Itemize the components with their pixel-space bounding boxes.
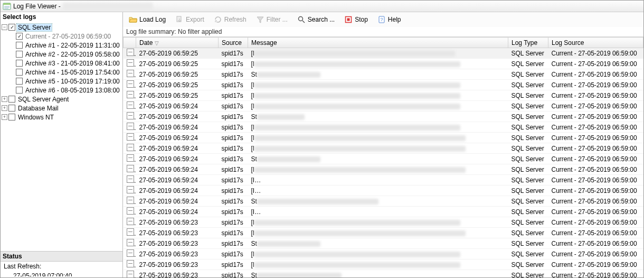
- cell-logtype: SQL Server: [508, 69, 548, 80]
- tree-node[interactable]: Archive #4 - 15-05-2019 17:54:00: [2, 68, 121, 77]
- cell-logtype: SQL Server: [508, 122, 548, 133]
- help-icon: ?: [377, 15, 386, 24]
- column-headers[interactable]: Date▽ Source Message Log Type Log Source: [124, 38, 643, 48]
- log-tree[interactable]: −SQL ServerCurrent - 27-05-2019 06:59:00…: [1, 22, 122, 251]
- tree-checkbox[interactable]: [8, 114, 15, 121]
- tree-label[interactable]: SQL Server: [17, 24, 52, 31]
- table-row[interactable]: 27-05-2019 06:59:25spid17s[ISQL ServerCu…: [124, 48, 643, 59]
- tree-label[interactable]: Archive #4 - 15-05-2019 17:54:00: [24, 69, 121, 76]
- stop-button[interactable]: Stop: [342, 14, 371, 25]
- tree-checkbox[interactable]: [16, 42, 23, 49]
- table-row[interactable]: 27-05-2019 06:59:23spid17s[ISQL ServerCu…: [124, 249, 643, 260]
- tree-checkbox[interactable]: [8, 105, 15, 112]
- expand-icon[interactable]: +: [2, 96, 7, 102]
- tree-node[interactable]: Archive #6 - 08-05-2019 13:08:00: [2, 86, 121, 95]
- table-row[interactable]: 27-05-2019 06:59:24spid17sStSQL ServerCu…: [124, 112, 643, 122]
- cell-date: 27-05-2019 06:59:24: [136, 112, 219, 122]
- message-redacted: [254, 82, 460, 88]
- tree-checkbox[interactable]: [8, 24, 15, 31]
- cell-logtype: SQL Server: [508, 249, 548, 260]
- collapse-icon[interactable]: −: [2, 24, 7, 30]
- message-redacted: [254, 51, 455, 57]
- tree-label[interactable]: Windows NT: [17, 114, 55, 121]
- tree-checkbox[interactable]: [16, 69, 23, 76]
- col-logsource-header[interactable]: Log Source: [548, 38, 643, 48]
- table-row[interactable]: 27-05-2019 06:59:24spid17sStSQL ServerCu…: [124, 196, 643, 207]
- cell-logsource: Current - 27-05-2019 06:59:00: [548, 207, 643, 217]
- cell-logtype: SQL Server: [508, 238, 548, 249]
- tree-node[interactable]: Archive #2 - 22-05-2019 05:58:00: [2, 50, 121, 59]
- row-info-icon: [127, 197, 134, 204]
- tree-node[interactable]: Archive #1 - 22-05-2019 11:31:00: [2, 41, 121, 50]
- tree-checkbox[interactable]: [16, 87, 23, 94]
- col-source-header[interactable]: Source: [219, 38, 248, 48]
- table-row[interactable]: 27-05-2019 06:59:23spid17s[ISQL ServerCu…: [124, 228, 643, 238]
- cell-logtype: SQL Server: [508, 228, 548, 238]
- table-row[interactable]: 27-05-2019 06:59:24spid17s[ISQL ServerCu…: [124, 143, 643, 154]
- table-row[interactable]: 27-05-2019 06:59:23spid17s[ISQL ServerCu…: [124, 217, 643, 228]
- table-row[interactable]: 27-05-2019 06:59:24spid17s[I is 0.0.SQL …: [124, 175, 643, 186]
- tree-node[interactable]: Current - 27-05-2019 06:59:00: [2, 32, 121, 41]
- tree-checkbox[interactable]: [8, 96, 15, 103]
- message-redacted: [254, 188, 508, 194]
- table-row[interactable]: 27-05-2019 06:59:24spid17s[ISQL ServerCu…: [124, 101, 643, 112]
- table-row[interactable]: 27-05-2019 06:59:24spid17s[ISQL ServerCu…: [124, 133, 643, 143]
- tree-label[interactable]: Archive #3 - 21-05-2019 08:41:00: [24, 60, 121, 67]
- load-log-button[interactable]: Load Log: [126, 14, 168, 25]
- refresh-button[interactable]: Refresh: [211, 14, 249, 25]
- table-row[interactable]: 27-05-2019 06:59:23spid17sStSQL ServerCu…: [124, 238, 643, 249]
- cell-logsource: Current - 27-05-2019 06:59:00: [548, 59, 643, 69]
- tree-node[interactable]: +Windows NT: [2, 113, 121, 122]
- cell-message: [I is 0.0.: [248, 175, 508, 186]
- table-row[interactable]: 27-05-2019 06:59:25spid17s[ISQL ServerCu…: [124, 59, 643, 69]
- tree-label[interactable]: Database Mail: [17, 105, 60, 112]
- message-redacted: [257, 156, 320, 162]
- tree-checkbox[interactable]: [16, 51, 23, 58]
- col-icon-header[interactable]: [124, 38, 136, 48]
- tree-node[interactable]: +Database Mail: [2, 104, 121, 113]
- table-row[interactable]: 27-05-2019 06:59:24spid17s[I is 0.0.SQL …: [124, 186, 643, 196]
- tree-label[interactable]: Archive #6 - 08-05-2019 13:08:00: [24, 87, 121, 94]
- table-row[interactable]: 27-05-2019 06:59:24spid17s[ISQL ServerCu…: [124, 122, 643, 133]
- expander-blank: [9, 33, 15, 39]
- tree-label[interactable]: Current - 27-05-2019 06:59:00: [24, 33, 112, 40]
- tree-checkbox[interactable]: [16, 33, 23, 40]
- log-grid[interactable]: Date▽ Source Message Log Type Log Source…: [123, 37, 643, 277]
- table-row[interactable]: 27-05-2019 06:59:24spid17s[I is 0.0.SQL …: [124, 207, 643, 217]
- expander-blank: [9, 78, 15, 84]
- export-button[interactable]: Export: [173, 14, 207, 25]
- tree-node[interactable]: −SQL Server: [2, 23, 121, 32]
- message-redacted: [254, 209, 508, 215]
- tree-checkbox[interactable]: [16, 60, 23, 67]
- tree-node[interactable]: Archive #5 - 10-05-2019 17:19:00: [2, 77, 121, 86]
- expand-icon[interactable]: +: [2, 105, 7, 111]
- filter-button[interactable]: Filter ...: [253, 14, 290, 25]
- row-info-icon: [127, 154, 134, 162]
- col-message-header[interactable]: Message: [248, 38, 508, 48]
- expand-icon[interactable]: +: [2, 114, 7, 120]
- tree-node[interactable]: Archive #3 - 21-05-2019 08:41:00: [2, 59, 121, 68]
- tree-label[interactable]: SQL Server Agent: [17, 96, 70, 103]
- row-info-icon: [127, 70, 134, 77]
- tree-label[interactable]: Archive #2 - 22-05-2019 05:58:00: [24, 51, 121, 58]
- col-date-header[interactable]: Date▽: [136, 38, 219, 48]
- cell-source: spid17s: [219, 90, 248, 101]
- table-row[interactable]: 27-05-2019 06:59:25spid17sStSQL ServerCu…: [124, 69, 643, 80]
- cell-date: 27-05-2019 06:59:23: [136, 249, 219, 260]
- tree-node[interactable]: +SQL Server Agent: [2, 95, 121, 104]
- tree-label[interactable]: Archive #5 - 10-05-2019 17:19:00: [24, 78, 121, 85]
- search-button[interactable]: Search ...: [295, 14, 337, 25]
- table-row[interactable]: 27-05-2019 06:59:24spid17s[ISQL ServerCu…: [124, 164, 643, 175]
- table-row[interactable]: 27-05-2019 06:59:25spid17s[ISQL ServerCu…: [124, 90, 643, 101]
- help-button[interactable]: ? Help: [375, 14, 404, 25]
- tree-label[interactable]: Archive #1 - 22-05-2019 11:31:00: [24, 42, 121, 49]
- table-row[interactable]: 27-05-2019 06:59:25spid17s[ISQL ServerCu…: [124, 80, 643, 90]
- select-logs-header: Select logs: [1, 12, 122, 22]
- cell-logtype: SQL Server: [508, 186, 548, 196]
- col-logtype-header[interactable]: Log Type: [508, 38, 548, 48]
- title-bar: Log File Viewer -: [1, 1, 643, 12]
- tree-checkbox[interactable]: [16, 78, 23, 85]
- table-row[interactable]: 27-05-2019 06:59:23spid17sStSQL ServerCu…: [124, 270, 643, 278]
- table-row[interactable]: 27-05-2019 06:59:24spid17sStSQL ServerCu…: [124, 154, 643, 164]
- table-row[interactable]: 27-05-2019 06:59:23spid17s[ISQL ServerCu…: [124, 260, 643, 270]
